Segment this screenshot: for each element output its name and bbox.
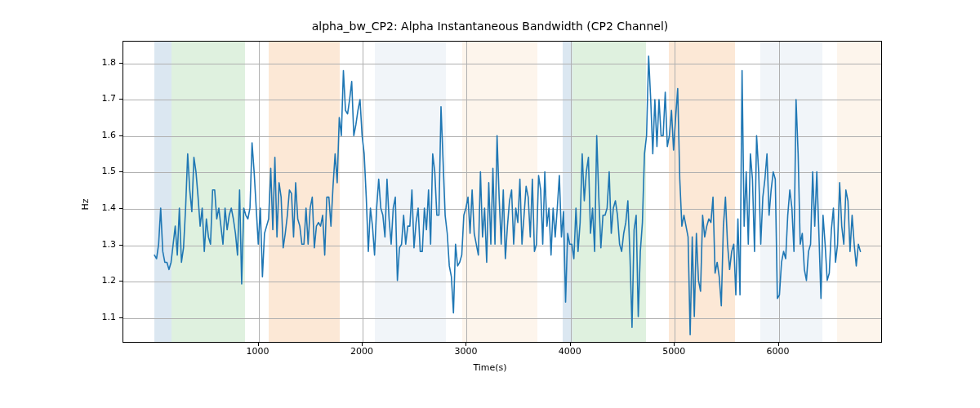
x-tick-label: 4000 [546, 346, 595, 357]
y-tick-mark [119, 208, 122, 209]
y-tick-label: 1.8 [83, 57, 116, 68]
x-tick-mark [570, 343, 571, 346]
y-tick-label: 1.5 [83, 166, 116, 176]
figure: alpha_bw_CP2: Alpha Instantaneous Bandwi… [0, 0, 980, 408]
x-tick-label: 1000 [234, 346, 283, 357]
y-tick-label: 1.4 [83, 202, 116, 213]
y-tick-mark [119, 171, 122, 172]
y-tick-label: 1.7 [83, 93, 116, 104]
y-tick-label: 1.6 [83, 130, 116, 140]
y-tick-mark [119, 317, 122, 318]
y-tick-mark [119, 245, 122, 246]
y-tick-label: 1.3 [83, 239, 116, 250]
plot-area [122, 41, 882, 343]
x-tick-label: 6000 [754, 346, 803, 357]
y-tick-label: 1.2 [83, 275, 116, 286]
x-tick-mark [778, 343, 779, 346]
x-tick-mark [674, 343, 675, 346]
x-tick-label: 2000 [337, 346, 386, 357]
x-tick-label: 3000 [441, 346, 490, 357]
line-series [123, 42, 881, 342]
y-tick-mark [119, 63, 122, 64]
x-axis-label: Time(s) [0, 362, 980, 373]
x-tick-label: 5000 [649, 346, 698, 357]
y-tick-label: 1.1 [83, 312, 116, 322]
x-tick-mark [466, 343, 466, 346]
x-tick-mark [258, 343, 259, 346]
y-tick-mark [119, 135, 122, 136]
chart-title: alpha_bw_CP2: Alpha Instantaneous Bandwi… [0, 20, 980, 33]
y-tick-mark [119, 99, 122, 100]
x-tick-mark [362, 343, 363, 346]
y-tick-mark [119, 281, 122, 282]
